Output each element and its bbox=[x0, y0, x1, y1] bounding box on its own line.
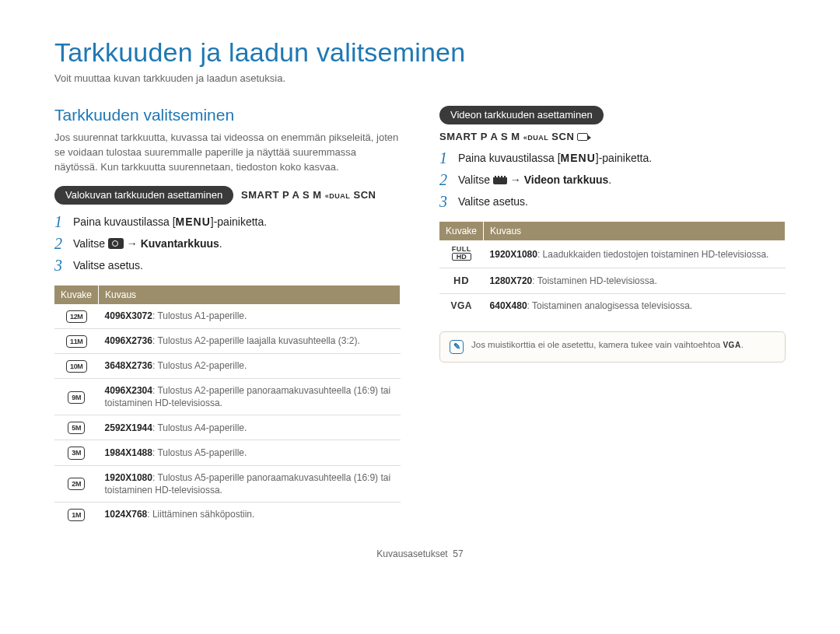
footer-page-number: 57 bbox=[453, 548, 463, 559]
resolution-icon: 5M bbox=[68, 422, 85, 434]
step-number: 2 bbox=[54, 236, 73, 251]
table-row: 12M 4096X3072: Tulostus A1-paperille. bbox=[54, 304, 401, 329]
resolution-value: 2592X1944 bbox=[105, 422, 152, 433]
page-intro: Voit muuttaa kuvan tarkkuuden ja laadun … bbox=[54, 72, 786, 84]
step-number: 3 bbox=[439, 194, 458, 209]
mode-s: S bbox=[501, 131, 508, 142]
mode-smart: SMART bbox=[241, 189, 279, 201]
step-body: Paina kuvaustilassa [MENU]-painiketta. bbox=[73, 214, 267, 228]
section-heading-resolution: Tarkkuuden valitseminen bbox=[54, 106, 401, 124]
resolution-value: 4096X2304 bbox=[105, 385, 152, 396]
resolution-icon: 1M bbox=[68, 509, 85, 521]
resolution-value: 1280X720 bbox=[490, 275, 533, 286]
table-row: 1M 1024X768: Liittäminen sähköpostiin. bbox=[54, 502, 401, 527]
mode-dual: «DUAL bbox=[325, 192, 351, 200]
table-header-desc: Kuvaus bbox=[99, 285, 401, 304]
resolution-icon: 12M bbox=[66, 310, 87, 323]
step-number: 2 bbox=[439, 172, 458, 187]
mode-scn: SCN bbox=[551, 131, 574, 142]
table-row: 3M 1984X1488: Tulostus A5-paperille. bbox=[54, 440, 401, 465]
video-resolution-table: Kuvake Kuvaus FULLHD 1920X1080: Laadukka… bbox=[439, 222, 786, 317]
mode-list-photo: SMART P A S M «DUAL SCN bbox=[241, 189, 376, 201]
full-hd-icon: FULLHD bbox=[452, 246, 471, 261]
footer-section: Kuvausasetukset bbox=[376, 548, 447, 559]
mode-p: P bbox=[282, 189, 289, 201]
note-text: Jos muistikorttia ei ole asetettu, kamer… bbox=[471, 340, 744, 349]
step-body: Valitse asetus. bbox=[458, 194, 528, 208]
resolution-desc: : Tulostus A1-paperille. bbox=[152, 310, 247, 321]
resolution-desc: : Toistaminen HD-televisiossa. bbox=[532, 275, 657, 286]
resolution-icon: 10M bbox=[66, 360, 87, 373]
menu-label: MENU bbox=[176, 215, 211, 228]
table-row: 5M 2592X1944: Tulostus A4-paperille. bbox=[54, 415, 401, 440]
table-row: 11M 4096X2736: Tulostus A2-paperille laa… bbox=[54, 328, 401, 353]
resolution-icon: 2M bbox=[68, 478, 85, 490]
table-header-icon: Kuvake bbox=[54, 285, 99, 304]
menu-label: MENU bbox=[561, 152, 596, 164]
subheading-photo-resolution: Valokuvan tarkkuuden asettaminen bbox=[54, 186, 233, 205]
mode-m: M bbox=[511, 131, 520, 142]
mode-s: S bbox=[303, 189, 310, 201]
resolution-desc: : Tulostus A4-paperille. bbox=[152, 422, 247, 433]
step-body: Valitse asetus. bbox=[73, 257, 143, 271]
table-row: 2M 1920X1080: Tulostus A5-paperille pano… bbox=[54, 465, 401, 502]
mode-m: M bbox=[313, 189, 321, 201]
mode-smart: SMART bbox=[439, 131, 478, 142]
table-header-desc: Kuvaus bbox=[484, 222, 786, 240]
resolution-value: 4096X2736 bbox=[105, 335, 152, 346]
resolution-value: 1920X1080 bbox=[105, 472, 152, 483]
mode-list-video: SMART P A S M «DUAL SCN bbox=[439, 131, 786, 142]
step-body: Paina kuvaustilassa [MENU]-painiketta. bbox=[458, 150, 652, 164]
subheading-video-resolution: Videon tarkkuuden asettaminen bbox=[439, 106, 604, 124]
step-body: Valitse → Videon tarkkuus. bbox=[458, 172, 611, 186]
steps-video: 1 Paina kuvaustilassa [MENU]-painiketta.… bbox=[439, 147, 786, 212]
table-row: 9M 4096X2304: Tulostus A2-paperille pano… bbox=[54, 378, 401, 415]
table-row: HD 1280X720: Toistaminen HD-televisiossa… bbox=[439, 268, 786, 294]
resolution-value: 3648X2736 bbox=[105, 360, 152, 371]
mode-a: A bbox=[490, 131, 497, 142]
resolution-value: 1984X1488 bbox=[105, 447, 152, 458]
resolution-icon: 3M bbox=[68, 447, 85, 459]
note-box: ✎ Jos muistikorttia ei ole asetettu, kam… bbox=[439, 331, 786, 363]
resolution-value: 4096X3072 bbox=[105, 310, 152, 321]
step-number: 1 bbox=[54, 214, 73, 229]
table-header-icon: Kuvake bbox=[439, 222, 484, 240]
mode-scn: SCN bbox=[353, 189, 376, 201]
table-row: 10M 3648X2736: Tulostus A2-paperille. bbox=[54, 353, 401, 378]
mode-dual: «DUAL bbox=[523, 134, 549, 142]
step-number: 1 bbox=[439, 150, 458, 166]
step-number: 3 bbox=[54, 257, 73, 273]
table-row: FULLHD 1920X1080: Laadukkaiden tiedostoj… bbox=[439, 240, 786, 268]
resolution-desc: : Tulostus A2-paperille laajalla kuvasuh… bbox=[152, 335, 360, 346]
resolution-desc: : Toistaminen analogisessa televisiossa. bbox=[527, 300, 693, 311]
step-body: Valitse → Kuvantarkkuus. bbox=[73, 236, 222, 250]
resolution-icon: 9M bbox=[68, 391, 85, 404]
resolution-value: 640X480 bbox=[490, 300, 527, 311]
resolution-desc: : Tulostus A5-paperille. bbox=[152, 447, 247, 458]
resolution-desc: : Liittäminen sähköpostiin. bbox=[147, 509, 254, 520]
camera-icon bbox=[108, 238, 124, 249]
movie-mode-icon bbox=[577, 133, 588, 141]
page-title: Tarkkuuden ja laadun valitseminen bbox=[54, 37, 786, 68]
mode-p: P bbox=[481, 131, 488, 142]
note-icon: ✎ bbox=[450, 340, 464, 354]
steps-photo: 1 Paina kuvaustilassa [MENU]-painiketta.… bbox=[54, 211, 401, 276]
resolution-icon: 11M bbox=[66, 335, 87, 348]
resolution-value: 1920X1080 bbox=[490, 249, 537, 260]
vga-icon: VGA bbox=[451, 300, 473, 311]
hd-icon: HD bbox=[453, 275, 470, 286]
table-row: VGA 640X480: Toistaminen analogisessa te… bbox=[439, 293, 786, 317]
movie-icon bbox=[493, 176, 507, 184]
section-paragraph: Jos suurennat tarkkuutta, kuvassa tai vi… bbox=[54, 131, 401, 175]
resolution-desc: : Laadukkaiden tiedostojen toistaminen H… bbox=[537, 249, 769, 260]
page-footer: Kuvausasetukset 57 bbox=[54, 548, 786, 559]
resolution-desc: : Tulostus A2-paperille. bbox=[152, 360, 247, 371]
mode-a: A bbox=[292, 189, 299, 201]
photo-resolution-table: Kuvake Kuvaus 12M 4096X3072: Tulostus A1… bbox=[54, 285, 401, 527]
resolution-value: 1024X768 bbox=[105, 509, 148, 520]
